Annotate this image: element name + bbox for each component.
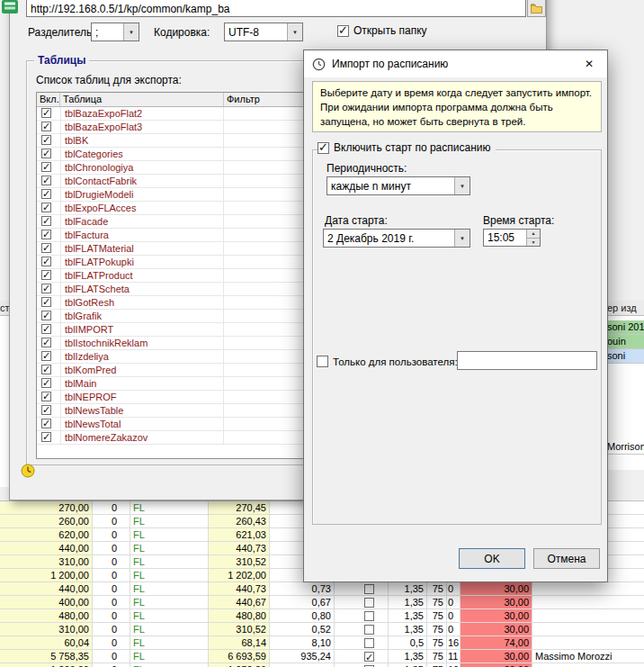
grid-name-cell <box>532 582 644 595</box>
open-folder-checkbox[interactable]: Открыть папку <box>337 24 427 37</box>
grid-total-cell: 440,73 <box>209 582 270 595</box>
grid-row[interactable]: 400,000FL440,670,671,3575030,00 <box>0 596 644 609</box>
table-enabled-checkbox[interactable] <box>41 270 51 280</box>
browse-folder-button[interactable] <box>527 0 546 17</box>
tables-group-title: Таблицы <box>34 54 89 67</box>
user-name-input[interactable] <box>457 351 597 370</box>
dialog-titlebar[interactable]: Импорт по расписанию ✕ <box>304 50 607 77</box>
grid-cell: 75 <box>427 623 447 635</box>
table-enabled-cell <box>37 121 60 133</box>
tables-list-label: Список таблиц для экспорта: <box>36 74 182 86</box>
grid-row[interactable]: 440,000FL440,730,731,3575030,00 <box>0 582 644 596</box>
grid-row-checkbox[interactable] <box>364 625 374 635</box>
dropdown-arrow-icon[interactable]: ▼ <box>454 177 470 194</box>
table-enabled-checkbox[interactable] <box>41 405 51 415</box>
screen: ст ер изд soni 2019ouinsoniMorrison, 270… <box>0 0 644 667</box>
table-enabled-checkbox[interactable] <box>41 149 51 158</box>
table-enabled-checkbox[interactable] <box>41 311 51 320</box>
table-enabled-cell <box>37 229 60 241</box>
grid-row-checkbox[interactable] <box>364 598 374 608</box>
start-date-select[interactable]: 2 Декабрь 2019 г. ▼ <box>323 229 470 248</box>
grid-markup-cell: 30,00 <box>461 650 532 662</box>
table-enabled-checkbox[interactable] <box>41 203 51 212</box>
table-enabled-checkbox[interactable] <box>41 324 51 334</box>
table-enabled-checkbox[interactable] <box>41 135 51 145</box>
table-enabled-checkbox[interactable] <box>41 230 51 239</box>
user-only-checkbox[interactable]: Только для пользователя: <box>317 356 458 367</box>
grid-check-cell <box>335 663 389 667</box>
grid-fl-cell: FL <box>130 636 209 649</box>
column-header-fragment-left: ст <box>0 301 9 316</box>
table-name: tblFacade <box>60 215 224 228</box>
table-enabled-checkbox[interactable] <box>41 216 51 226</box>
table-enabled-checkbox[interactable] <box>41 257 51 266</box>
table-enabled-checkbox[interactable] <box>41 392 51 401</box>
grid-sum-cell: 480,00 <box>0 609 93 622</box>
grid-row[interactable]: 310,000FL310,520,521,3575030,00 <box>0 623 644 636</box>
periodicity-label: Периодичность: <box>326 162 407 175</box>
grid-cell: 1,35 <box>389 663 427 667</box>
table-enabled-checkbox[interactable] <box>41 284 51 293</box>
app-toolbar-icon[interactable] <box>2 0 18 14</box>
ok-button[interactable]: OK <box>459 548 525 569</box>
grid-sum-cell: 400,00 <box>0 596 93 608</box>
grid-row-checkbox[interactable] <box>364 638 374 648</box>
table-enabled-checkbox[interactable] <box>41 338 51 347</box>
delimiter-label: Разделитель: <box>28 26 95 39</box>
grid-cell: 0 <box>93 555 130 568</box>
grid-row[interactable]: 1 296,000FL1 950,261,35751030,00 <box>0 663 644 667</box>
grid-row-checkbox[interactable] <box>364 584 374 594</box>
grid-row[interactable]: 60,040FL68,148,100,5751674,00 <box>0 636 644 650</box>
table-name: tblExpoFLAcces <box>60 202 224 214</box>
grid-cell: 75 <box>427 663 447 667</box>
close-icon[interactable]: ✕ <box>571 50 607 77</box>
grid-row-checkbox[interactable] <box>364 652 374 662</box>
table-enabled-checkbox[interactable] <box>41 162 51 172</box>
grid-total-cell: 270,45 <box>209 501 270 514</box>
grid-total-cell: 260,43 <box>209 515 270 527</box>
grid-fragment-cell: ouin <box>604 335 644 349</box>
grid-fl-cell: FL <box>130 582 209 595</box>
table-enabled-checkbox[interactable] <box>41 378 51 388</box>
dropdown-arrow-icon[interactable]: ▼ <box>123 23 139 41</box>
table-enabled-cell <box>37 337 60 349</box>
table-enabled-checkbox[interactable] <box>41 176 51 185</box>
spin-up-icon[interactable]: ▲ <box>527 230 540 239</box>
dropdown-arrow-icon[interactable]: ▼ <box>287 23 302 41</box>
table-enabled-cell <box>37 148 60 160</box>
table-enabled-checkbox[interactable] <box>41 297 51 307</box>
table-enabled-checkbox[interactable] <box>41 189 51 199</box>
periodicity-select[interactable]: каждые n минут ▼ <box>326 176 470 195</box>
enable-schedule-checkbox[interactable]: Включить старт по расписанию <box>318 141 496 154</box>
start-time-value: 15:05 <box>484 230 526 246</box>
spin-down-icon[interactable]: ▼ <box>527 239 540 247</box>
spinner-buttons: ▲ ▼ <box>526 230 540 246</box>
table-enabled-checkbox[interactable] <box>41 432 51 442</box>
table-enabled-cell <box>37 391 60 403</box>
grid-fragment-cell: Morrison, <box>604 440 644 455</box>
grid-row-checkbox[interactable] <box>364 611 374 621</box>
encoding-select[interactable]: UTF-8 ▼ <box>224 23 303 41</box>
table-enabled-checkbox[interactable] <box>41 108 51 118</box>
table-enabled-checkbox[interactable] <box>41 122 51 131</box>
grid-row[interactable]: 480,000FL480,800,801,3575030,00 <box>0 609 644 623</box>
grid-cell: 11 <box>447 650 461 662</box>
grid-cell: 1,35 <box>389 582 427 595</box>
cancel-button[interactable]: Отмена <box>533 548 600 569</box>
table-enabled-checkbox[interactable] <box>41 351 51 361</box>
grid-total-cell: 440,73 <box>209 542 270 554</box>
grid-sum-cell: 620,00 <box>0 528 93 541</box>
grid-total-cell: 1 950,26 <box>209 663 270 667</box>
delimiter-select[interactable]: ; ▼ <box>91 23 139 41</box>
url-input[interactable] <box>26 0 526 17</box>
grid-row[interactable]: 5 758,350FL6 693,59935,241,35751130,00Ma… <box>0 650 644 663</box>
table-enabled-cell <box>37 350 60 363</box>
table-enabled-checkbox[interactable] <box>41 419 51 428</box>
start-time-spinner[interactable]: 15:05 ▲ ▼ <box>483 229 541 247</box>
grid-cell: 0,73 <box>270 582 335 595</box>
dropdown-arrow-icon[interactable]: ▼ <box>454 230 470 247</box>
grid-markup-cell: 30,00 <box>461 623 532 635</box>
table-enabled-checkbox[interactable] <box>41 243 51 253</box>
grid-sum-cell: 60,04 <box>0 636 93 649</box>
table-enabled-checkbox[interactable] <box>41 365 51 374</box>
